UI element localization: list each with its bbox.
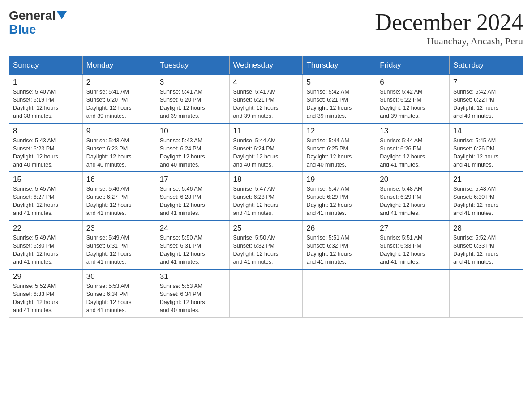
day-number: 29: [13, 272, 79, 281]
day-number: 17: [160, 175, 226, 184]
calendar-day-2: 2Sunrise: 5:41 AMSunset: 6:20 PMDaylight…: [82, 75, 156, 124]
calendar-day-21: 21Sunrise: 5:48 AMSunset: 6:30 PMDayligh…: [450, 172, 523, 221]
calendar-header-sunday: Sunday: [9, 56, 83, 75]
day-info: Sunrise: 5:46 AMSunset: 6:28 PMDaylight:…: [160, 185, 226, 218]
day-info: Sunrise: 5:47 AMSunset: 6:29 PMDaylight:…: [306, 185, 372, 218]
day-number: 10: [160, 127, 226, 136]
day-number: 30: [86, 272, 152, 281]
calendar-week-3: 15Sunrise: 5:45 AMSunset: 6:27 PMDayligh…: [9, 172, 523, 221]
calendar-empty-cell: [376, 269, 450, 317]
day-info: Sunrise: 5:50 AMSunset: 6:32 PMDaylight:…: [233, 234, 299, 266]
calendar-table: SundayMondayTuesdayWednesdayThursdayFrid…: [9, 56, 523, 318]
calendar-day-6: 6Sunrise: 5:42 AMSunset: 6:22 PMDaylight…: [376, 75, 450, 124]
day-number: 21: [453, 175, 519, 184]
day-info: Sunrise: 5:48 AMSunset: 6:30 PMDaylight:…: [453, 185, 519, 218]
day-info: Sunrise: 5:40 AMSunset: 6:19 PMDaylight:…: [13, 88, 79, 120]
day-info: Sunrise: 5:48 AMSunset: 6:29 PMDaylight:…: [380, 185, 446, 218]
day-info: Sunrise: 5:43 AMSunset: 6:24 PMDaylight:…: [160, 137, 226, 169]
day-number: 12: [306, 127, 372, 136]
calendar-header-row: SundayMondayTuesdayWednesdayThursdayFrid…: [9, 56, 523, 75]
calendar-day-19: 19Sunrise: 5:47 AMSunset: 6:29 PMDayligh…: [303, 172, 376, 221]
day-number: 2: [86, 78, 152, 87]
day-number: 18: [233, 175, 299, 184]
calendar-day-31: 31Sunrise: 5:53 AMSunset: 6:34 PMDayligh…: [156, 269, 229, 317]
day-number: 31: [160, 272, 226, 281]
page-title: December 2024: [375, 9, 523, 35]
calendar-day-10: 10Sunrise: 5:43 AMSunset: 6:24 PMDayligh…: [156, 124, 229, 172]
calendar-day-12: 12Sunrise: 5:44 AMSunset: 6:25 PMDayligh…: [303, 124, 376, 172]
day-info: Sunrise: 5:42 AMSunset: 6:22 PMDaylight:…: [453, 88, 519, 120]
day-info: Sunrise: 5:53 AMSunset: 6:34 PMDaylight:…: [160, 282, 226, 315]
day-info: Sunrise: 5:41 AMSunset: 6:20 PMDaylight:…: [160, 88, 226, 120]
day-info: Sunrise: 5:42 AMSunset: 6:22 PMDaylight:…: [380, 88, 446, 120]
day-info: Sunrise: 5:42 AMSunset: 6:21 PMDaylight:…: [306, 88, 372, 120]
day-info: Sunrise: 5:41 AMSunset: 6:21 PMDaylight:…: [233, 88, 299, 120]
calendar-header-saturday: Saturday: [450, 56, 523, 75]
calendar-day-20: 20Sunrise: 5:48 AMSunset: 6:29 PMDayligh…: [376, 172, 450, 221]
day-number: 19: [306, 175, 372, 184]
calendar-header-thursday: Thursday: [303, 56, 376, 75]
day-number: 1: [13, 78, 79, 87]
day-number: 16: [86, 175, 152, 184]
calendar-day-18: 18Sunrise: 5:47 AMSunset: 6:28 PMDayligh…: [229, 172, 303, 221]
calendar-empty-cell: [229, 269, 303, 317]
day-info: Sunrise: 5:44 AMSunset: 6:24 PMDaylight:…: [233, 137, 299, 169]
day-number: 28: [453, 224, 519, 233]
page-header: General Blue December 2024 Huanchay, Anc…: [9, 9, 523, 47]
page-subtitle: Huanchay, Ancash, Peru: [375, 35, 523, 47]
calendar-day-4: 4Sunrise: 5:41 AMSunset: 6:21 PMDaylight…: [229, 75, 303, 124]
day-info: Sunrise: 5:44 AMSunset: 6:26 PMDaylight:…: [380, 137, 446, 169]
day-number: 27: [380, 224, 446, 233]
calendar-day-26: 26Sunrise: 5:51 AMSunset: 6:32 PMDayligh…: [303, 221, 376, 270]
calendar-day-13: 13Sunrise: 5:44 AMSunset: 6:26 PMDayligh…: [376, 124, 450, 172]
title-block: December 2024 Huanchay, Ancash, Peru: [375, 9, 523, 47]
day-info: Sunrise: 5:41 AMSunset: 6:20 PMDaylight:…: [86, 88, 152, 120]
calendar-empty-cell: [303, 269, 376, 317]
day-info: Sunrise: 5:44 AMSunset: 6:25 PMDaylight:…: [306, 137, 372, 169]
day-number: 9: [86, 127, 152, 136]
calendar-day-22: 22Sunrise: 5:49 AMSunset: 6:30 PMDayligh…: [9, 221, 83, 270]
day-info: Sunrise: 5:43 AMSunset: 6:23 PMDaylight:…: [13, 137, 79, 169]
calendar-header-friday: Friday: [376, 56, 450, 75]
day-info: Sunrise: 5:47 AMSunset: 6:28 PMDaylight:…: [233, 185, 299, 218]
day-info: Sunrise: 5:50 AMSunset: 6:31 PMDaylight:…: [160, 234, 226, 266]
calendar-header-tuesday: Tuesday: [156, 56, 229, 75]
day-number: 11: [233, 127, 299, 136]
day-info: Sunrise: 5:49 AMSunset: 6:30 PMDaylight:…: [13, 234, 79, 266]
calendar-day-3: 3Sunrise: 5:41 AMSunset: 6:20 PMDaylight…: [156, 75, 229, 124]
day-number: 7: [453, 78, 519, 87]
calendar-day-1: 1Sunrise: 5:40 AMSunset: 6:19 PMDaylight…: [9, 75, 83, 124]
day-number: 24: [160, 224, 226, 233]
calendar-day-23: 23Sunrise: 5:49 AMSunset: 6:31 PMDayligh…: [82, 221, 156, 270]
calendar-header-monday: Monday: [82, 56, 156, 75]
calendar-day-7: 7Sunrise: 5:42 AMSunset: 6:22 PMDaylight…: [450, 75, 523, 124]
calendar-day-30: 30Sunrise: 5:53 AMSunset: 6:34 PMDayligh…: [82, 269, 156, 317]
logo: General Blue: [9, 9, 67, 37]
day-number: 8: [13, 127, 79, 136]
day-number: 23: [86, 224, 152, 233]
calendar-day-29: 29Sunrise: 5:52 AMSunset: 6:33 PMDayligh…: [9, 269, 83, 317]
day-number: 14: [453, 127, 519, 136]
calendar-week-5: 29Sunrise: 5:52 AMSunset: 6:33 PMDayligh…: [9, 269, 523, 317]
day-number: 25: [233, 224, 299, 233]
calendar-week-1: 1Sunrise: 5:40 AMSunset: 6:19 PMDaylight…: [9, 75, 523, 124]
day-number: 26: [306, 224, 372, 233]
calendar-day-5: 5Sunrise: 5:42 AMSunset: 6:21 PMDaylight…: [303, 75, 376, 124]
day-number: 15: [13, 175, 79, 184]
day-info: Sunrise: 5:53 AMSunset: 6:34 PMDaylight:…: [86, 282, 152, 315]
calendar-day-14: 14Sunrise: 5:45 AMSunset: 6:26 PMDayligh…: [450, 124, 523, 172]
calendar-day-9: 9Sunrise: 5:43 AMSunset: 6:23 PMDaylight…: [82, 124, 156, 172]
logo-general-text: General: [9, 9, 56, 23]
day-number: 4: [233, 78, 299, 87]
calendar-day-8: 8Sunrise: 5:43 AMSunset: 6:23 PMDaylight…: [9, 124, 83, 172]
day-info: Sunrise: 5:52 AMSunset: 6:33 PMDaylight:…: [13, 282, 79, 315]
day-info: Sunrise: 5:51 AMSunset: 6:32 PMDaylight:…: [306, 234, 372, 266]
calendar-week-4: 22Sunrise: 5:49 AMSunset: 6:30 PMDayligh…: [9, 221, 523, 270]
calendar-day-15: 15Sunrise: 5:45 AMSunset: 6:27 PMDayligh…: [9, 172, 83, 221]
logo-blue-text: Blue: [9, 23, 36, 37]
day-info: Sunrise: 5:46 AMSunset: 6:27 PMDaylight:…: [86, 185, 152, 218]
day-info: Sunrise: 5:45 AMSunset: 6:27 PMDaylight:…: [13, 185, 79, 218]
day-info: Sunrise: 5:43 AMSunset: 6:23 PMDaylight:…: [86, 137, 152, 169]
day-info: Sunrise: 5:49 AMSunset: 6:31 PMDaylight:…: [86, 234, 152, 266]
calendar-week-2: 8Sunrise: 5:43 AMSunset: 6:23 PMDaylight…: [9, 124, 523, 172]
